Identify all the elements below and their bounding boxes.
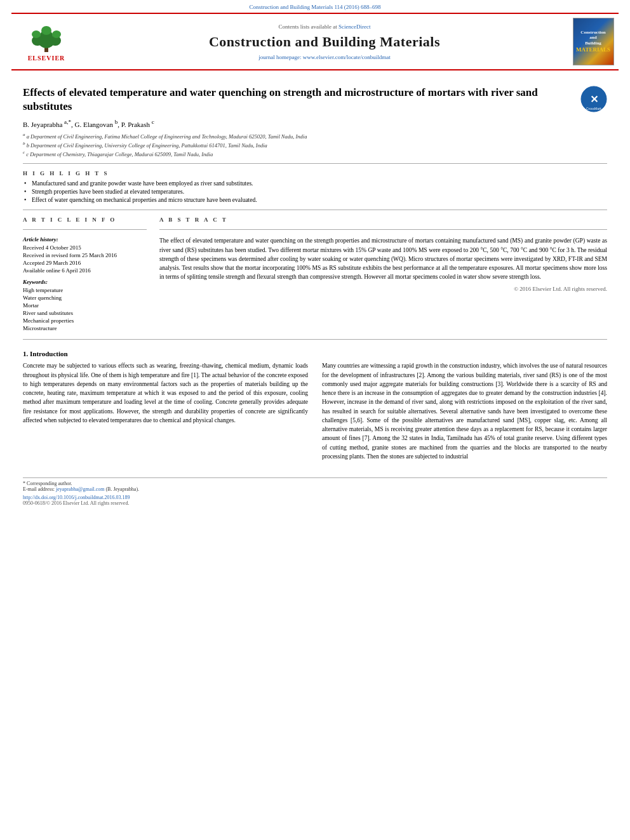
doi-bar: Construction and Building Materials 114 … (0, 0, 630, 13)
author-jeyaprabha: B. Jeyaprabha (23, 121, 64, 128)
article-history-label: Article history: (23, 236, 147, 243)
body-two-col: Concrete may be subjected to various eff… (23, 361, 607, 465)
author-elangovan: G. Elangovan (75, 121, 115, 128)
journal-homepage: journal homepage: www.elsevier.com/locat… (258, 54, 390, 60)
body-text-left: Concrete may be subjected to various eff… (23, 361, 308, 425)
journal-cover-image: Construction and Building MATERIALS (573, 18, 614, 65)
keyword-3: Mortar (23, 302, 147, 309)
abstract-col: A B S T R A C T The effect of elevated t… (159, 217, 607, 333)
copyright-line: © 2016 Elsevier Ltd. All rights reserved… (159, 286, 607, 292)
crossmark-icon: ✕ CrossMark (580, 86, 607, 112)
elsevier-label: ELSEVIER (28, 55, 65, 62)
article-title-section: Effects of elevated temperature and wate… (23, 86, 607, 114)
highlight-item-1: Manufactured sand and granite powder was… (23, 180, 607, 187)
email-link[interactable]: jeyaprabha@gmail.com (56, 486, 104, 492)
history-2: Received in revised form 25 March 2016 (23, 252, 147, 258)
divider-abstract (159, 229, 607, 230)
history-4: Available online 6 April 2016 (23, 267, 147, 274)
affiliation-a: a a Department of Civil Engineering, Fat… (23, 132, 607, 140)
highlight-item-2: Strength properties have been studied at… (23, 189, 607, 195)
authors-line: B. Jeyaprabha a,*, G. Elangovan b, P. Pr… (23, 119, 607, 128)
divider-2 (23, 210, 607, 210)
section1-title: 1. Introduction (23, 350, 607, 357)
keyword-4: River sand substitutes (23, 310, 147, 316)
highlights-heading: H I G H L I G H T S (23, 170, 607, 177)
page: Construction and Building Materials 114 … (0, 0, 630, 840)
body-text-right: Many countries are witnessing a rapid gr… (322, 361, 607, 461)
footer-issn: 0950-0618/© 2016 Elsevier Ltd. All right… (23, 500, 607, 506)
highlight-item-3: Effect of water quenching on mechanical … (23, 197, 607, 203)
keyword-2: Water quenching (23, 295, 147, 301)
svg-text:CrossMark: CrossMark (586, 107, 602, 110)
journal-center: Contents lists available at ScienceDirec… (81, 18, 568, 65)
footer-section: * Corresponding author. E-mail address: … (23, 477, 607, 506)
svg-point-7 (52, 30, 61, 38)
elsevier-tree-icon (25, 22, 68, 53)
journal-cover-section: Construction and Building MATERIALS (568, 18, 619, 65)
sciencedirect-line: Contents lists available at ScienceDirec… (279, 23, 371, 30)
divider-info (23, 229, 147, 230)
crossmark-badge: ✕ CrossMark (580, 86, 607, 114)
affiliation-b: b b Department of Civil Engineering, Uni… (23, 141, 607, 149)
svg-point-3 (41, 26, 51, 35)
keyword-1: High temperature (23, 287, 147, 293)
author-prakash: P. Prakash (121, 121, 152, 128)
svg-text:✕: ✕ (590, 94, 598, 105)
info-abstract-section: A R T I C L E I N F O Article history: R… (23, 217, 607, 333)
sciencedirect-link[interactable]: ScienceDirect (338, 23, 370, 30)
svg-point-6 (32, 30, 41, 38)
divider-1 (23, 163, 607, 164)
highlights-section: H I G H L I G H T S Manufactured sand an… (23, 170, 607, 203)
body-col-right: Many countries are witnessing a rapid gr… (322, 361, 607, 465)
body-content: 1. Introduction Concrete may be subjecte… (23, 350, 607, 465)
elsevier-logo-section: ELSEVIER (11, 18, 81, 65)
keyword-5: Mechanical properties (23, 317, 147, 324)
body-col-left: Concrete may be subjected to various eff… (23, 361, 308, 465)
main-content: Effects of elevated temperature and wate… (0, 70, 630, 512)
cover-text-2: MATERIALS (576, 47, 610, 53)
article-info-heading: A R T I C L E I N F O (23, 217, 147, 223)
homepage-url[interactable]: www.elsevier.com/locate/conbuildmat (303, 54, 391, 60)
journal-title: Construction and Building Materials (209, 34, 440, 50)
journal-header: ELSEVIER Contents lists available at Sci… (11, 13, 619, 70)
abstract-text: The effect of elevated temperature and w… (159, 236, 607, 281)
cover-text-1: Construction and Building (580, 30, 605, 46)
email-note: E-mail address: jeyaprabha@gmail.com (B.… (23, 486, 607, 492)
footer-doi[interactable]: http://dx.doi.org/10.1016/j.conbuildmat.… (23, 495, 607, 500)
affiliation-c: c c Department of Chemistry, Thiagarajar… (23, 150, 607, 157)
keyword-6: Microstructure (23, 325, 147, 331)
doi-text: Construction and Building Materials 114 … (249, 4, 380, 10)
abstract-heading: A B S T R A C T (159, 217, 607, 223)
elsevier-logo: ELSEVIER (25, 22, 68, 62)
history-1: Received 4 October 2015 (23, 244, 147, 251)
divider-3 (23, 339, 607, 340)
article-title: Effects of elevated temperature and wate… (23, 86, 580, 114)
keywords-label: Keywords: (23, 279, 147, 285)
corresponding-author-note: * Corresponding author. (23, 481, 607, 486)
article-info-col: A R T I C L E I N F O Article history: R… (23, 217, 147, 333)
history-3: Accepted 29 March 2016 (23, 260, 147, 266)
